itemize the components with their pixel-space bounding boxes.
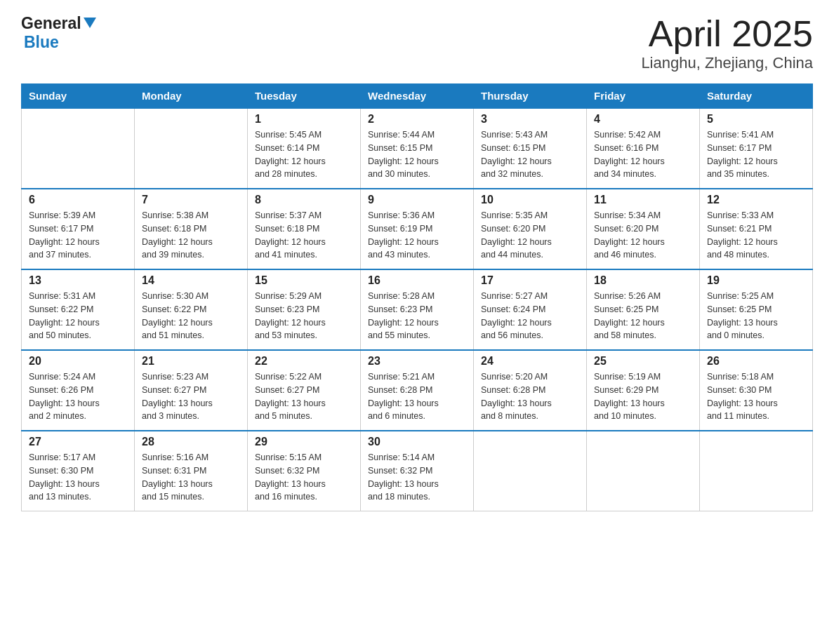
day-info: Sunrise: 5:15 AM Sunset: 6:32 PM Dayligh… (255, 451, 353, 504)
logo-blue-text: Blue (24, 33, 59, 52)
day-info: Sunrise: 5:17 AM Sunset: 6:30 PM Dayligh… (29, 451, 127, 504)
day-info: Sunrise: 5:29 AM Sunset: 6:23 PM Dayligh… (255, 290, 353, 342)
day-info: Sunrise: 5:28 AM Sunset: 6:23 PM Dayligh… (368, 290, 466, 342)
calendar-day-28: 28Sunrise: 5:16 AM Sunset: 6:31 PM Dayli… (135, 431, 248, 511)
calendar-day-23: 23Sunrise: 5:21 AM Sunset: 6:28 PM Dayli… (361, 350, 474, 431)
day-info: Sunrise: 5:35 AM Sunset: 6:20 PM Dayligh… (481, 209, 579, 262)
day-number: 24 (481, 355, 579, 368)
calendar-day-7: 7Sunrise: 5:38 AM Sunset: 6:18 PM Daylig… (135, 189, 248, 269)
calendar-empty-cell (587, 431, 700, 511)
calendar-day-12: 12Sunrise: 5:33 AM Sunset: 6:21 PM Dayli… (700, 189, 813, 269)
calendar-day-16: 16Sunrise: 5:28 AM Sunset: 6:23 PM Dayli… (361, 269, 474, 350)
day-number: 22 (255, 355, 353, 368)
page-header: General Blue April 2025 Lianghu, Zhejian… (21, 14, 813, 72)
title-block: April 2025 Lianghu, Zhejiang, China (641, 14, 813, 72)
calendar-week-row: 13Sunrise: 5:31 AM Sunset: 6:22 PM Dayli… (22, 269, 813, 350)
day-info: Sunrise: 5:34 AM Sunset: 6:20 PM Dayligh… (594, 209, 692, 262)
col-header-friday: Friday (587, 84, 700, 109)
calendar-table: SundayMondayTuesdayWednesdayThursdayFrid… (21, 83, 813, 511)
calendar-day-24: 24Sunrise: 5:20 AM Sunset: 6:28 PM Dayli… (474, 350, 587, 431)
day-info: Sunrise: 5:18 AM Sunset: 6:30 PM Dayligh… (707, 370, 805, 423)
day-number: 23 (368, 355, 466, 368)
calendar-week-row: 27Sunrise: 5:17 AM Sunset: 6:30 PM Dayli… (22, 431, 813, 511)
calendar-day-6: 6Sunrise: 5:39 AM Sunset: 6:17 PM Daylig… (22, 189, 135, 269)
calendar-subtitle: Lianghu, Zhejiang, China (641, 54, 813, 72)
day-info: Sunrise: 5:20 AM Sunset: 6:28 PM Dayligh… (481, 370, 579, 423)
day-number: 12 (707, 194, 805, 206)
day-number: 20 (29, 355, 127, 368)
calendar-empty-cell (474, 431, 587, 511)
calendar-day-20: 20Sunrise: 5:24 AM Sunset: 6:26 PM Dayli… (22, 350, 135, 431)
day-info: Sunrise: 5:31 AM Sunset: 6:22 PM Dayligh… (29, 290, 127, 342)
col-header-sunday: Sunday (22, 84, 135, 109)
col-header-tuesday: Tuesday (248, 84, 361, 109)
day-number: 29 (255, 436, 353, 448)
day-number: 14 (142, 274, 240, 287)
day-number: 5 (707, 113, 805, 126)
day-info: Sunrise: 5:14 AM Sunset: 6:32 PM Dayligh… (368, 451, 466, 504)
calendar-empty-cell (700, 431, 813, 511)
day-number: 28 (142, 436, 240, 448)
calendar-day-25: 25Sunrise: 5:19 AM Sunset: 6:29 PM Dayli… (587, 350, 700, 431)
day-number: 17 (481, 274, 579, 287)
col-header-saturday: Saturday (700, 84, 813, 109)
calendar-day-19: 19Sunrise: 5:25 AM Sunset: 6:25 PM Dayli… (700, 269, 813, 350)
day-info: Sunrise: 5:16 AM Sunset: 6:31 PM Dayligh… (142, 451, 240, 504)
col-header-monday: Monday (135, 84, 248, 109)
day-number: 27 (29, 436, 127, 448)
calendar-week-row: 1Sunrise: 5:45 AM Sunset: 6:14 PM Daylig… (22, 108, 813, 189)
calendar-day-14: 14Sunrise: 5:30 AM Sunset: 6:22 PM Dayli… (135, 269, 248, 350)
day-number: 21 (142, 355, 240, 368)
day-number: 10 (481, 194, 579, 206)
calendar-day-22: 22Sunrise: 5:22 AM Sunset: 6:27 PM Dayli… (248, 350, 361, 431)
day-number: 16 (368, 274, 466, 287)
day-number: 18 (594, 274, 692, 287)
calendar-day-15: 15Sunrise: 5:29 AM Sunset: 6:23 PM Dayli… (248, 269, 361, 350)
day-info: Sunrise: 5:45 AM Sunset: 6:14 PM Dayligh… (255, 128, 353, 181)
day-info: Sunrise: 5:26 AM Sunset: 6:25 PM Dayligh… (594, 290, 692, 342)
day-number: 26 (707, 355, 805, 368)
calendar-week-row: 6Sunrise: 5:39 AM Sunset: 6:17 PM Daylig… (22, 189, 813, 269)
day-info: Sunrise: 5:41 AM Sunset: 6:17 PM Dayligh… (707, 128, 805, 181)
day-number: 4 (594, 113, 692, 126)
calendar-day-1: 1Sunrise: 5:45 AM Sunset: 6:14 PM Daylig… (248, 108, 361, 189)
calendar-day-30: 30Sunrise: 5:14 AM Sunset: 6:32 PM Dayli… (361, 431, 474, 511)
calendar-day-17: 17Sunrise: 5:27 AM Sunset: 6:24 PM Dayli… (474, 269, 587, 350)
calendar-title: April 2025 (641, 14, 813, 54)
calendar-day-18: 18Sunrise: 5:26 AM Sunset: 6:25 PM Dayli… (587, 269, 700, 350)
calendar-day-26: 26Sunrise: 5:18 AM Sunset: 6:30 PM Dayli… (700, 350, 813, 431)
calendar-week-row: 20Sunrise: 5:24 AM Sunset: 6:26 PM Dayli… (22, 350, 813, 431)
logo: General Blue (21, 14, 96, 52)
day-number: 15 (255, 274, 353, 287)
calendar-header-row: SundayMondayTuesdayWednesdayThursdayFrid… (22, 84, 813, 109)
day-info: Sunrise: 5:43 AM Sunset: 6:15 PM Dayligh… (481, 128, 579, 181)
day-number: 3 (481, 113, 579, 126)
calendar-empty-cell (22, 108, 135, 189)
day-number: 30 (368, 436, 466, 448)
day-number: 11 (594, 194, 692, 206)
day-number: 8 (255, 194, 353, 206)
day-info: Sunrise: 5:23 AM Sunset: 6:27 PM Dayligh… (142, 370, 240, 423)
col-header-wednesday: Wednesday (361, 84, 474, 109)
calendar-day-13: 13Sunrise: 5:31 AM Sunset: 6:22 PM Dayli… (22, 269, 135, 350)
logo-general-text: General (21, 14, 81, 33)
day-info: Sunrise: 5:33 AM Sunset: 6:21 PM Dayligh… (707, 209, 805, 262)
calendar-day-5: 5Sunrise: 5:41 AM Sunset: 6:17 PM Daylig… (700, 108, 813, 189)
day-info: Sunrise: 5:42 AM Sunset: 6:16 PM Dayligh… (594, 128, 692, 181)
day-number: 9 (368, 194, 466, 206)
calendar-day-10: 10Sunrise: 5:35 AM Sunset: 6:20 PM Dayli… (474, 189, 587, 269)
day-info: Sunrise: 5:21 AM Sunset: 6:28 PM Dayligh… (368, 370, 466, 423)
calendar-day-8: 8Sunrise: 5:37 AM Sunset: 6:18 PM Daylig… (248, 189, 361, 269)
calendar-day-3: 3Sunrise: 5:43 AM Sunset: 6:15 PM Daylig… (474, 108, 587, 189)
day-info: Sunrise: 5:27 AM Sunset: 6:24 PM Dayligh… (481, 290, 579, 342)
day-info: Sunrise: 5:19 AM Sunset: 6:29 PM Dayligh… (594, 370, 692, 423)
calendar-day-27: 27Sunrise: 5:17 AM Sunset: 6:30 PM Dayli… (22, 431, 135, 511)
day-number: 6 (29, 194, 127, 206)
day-number: 19 (707, 274, 805, 287)
calendar-empty-cell (135, 108, 248, 189)
day-info: Sunrise: 5:36 AM Sunset: 6:19 PM Dayligh… (368, 209, 466, 262)
day-number: 7 (142, 194, 240, 206)
day-info: Sunrise: 5:25 AM Sunset: 6:25 PM Dayligh… (707, 290, 805, 342)
calendar-day-4: 4Sunrise: 5:42 AM Sunset: 6:16 PM Daylig… (587, 108, 700, 189)
day-number: 25 (594, 355, 692, 368)
